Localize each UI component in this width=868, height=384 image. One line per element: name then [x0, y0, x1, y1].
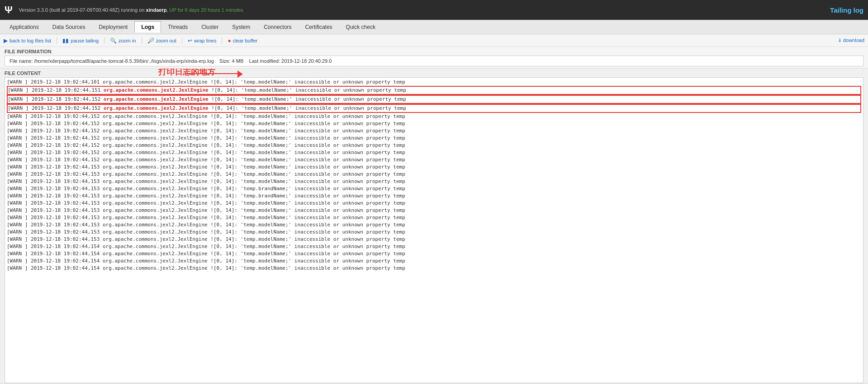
- file-info-panel: File name: /home/xderpapp/tomcat8/apache…: [5, 56, 863, 66]
- log-line: [WARN ] 2019-12-18 19:02:44,153 org.apac…: [7, 192, 861, 200]
- log-line: [WARN ] 2019-12-18 19:02:44,154 org.apac…: [7, 250, 861, 258]
- log-line: [WARN ] 2019-12-18 19:02:44,153 org.apac…: [7, 214, 861, 221]
- pause-tailing-button[interactable]: ▮▮ pause tailing: [62, 37, 99, 44]
- header: Ψ Version 3.3.0 (built at 2019-07-09T00:…: [0, 0, 868, 20]
- separator-2: [104, 37, 104, 44]
- tab-cluster[interactable]: Cluster: [194, 21, 225, 33]
- log-line: [WARN ] 2019-12-18 19:02:44,152 org.apac…: [7, 120, 861, 127]
- file-path: File name: /home/xderpapp/tomcat8/apache…: [9, 58, 214, 64]
- log-line: [WARN ] 2019-12-18 19:02:44,154 org.apac…: [7, 258, 861, 265]
- log-line: [WARN ] 2019-12-18 19:02:44,153 org.apac…: [7, 229, 861, 236]
- separator-5: [222, 37, 222, 44]
- tab-system[interactable]: System: [225, 21, 257, 33]
- tab-certificates[interactable]: Certificates: [299, 21, 339, 33]
- tailing-log-label: Tailing log: [830, 6, 863, 14]
- file-content-title: FILE CONTENT: [5, 70, 863, 76]
- log-line: [WARN ] 2019-12-18 19:02:44,154 org.apac…: [7, 265, 861, 272]
- log-container[interactable]: [WARN ] 2019-12-18 19:02:44,101 org.apac…: [5, 77, 863, 383]
- separator-3: [142, 37, 142, 44]
- wrap-icon: ↩: [188, 37, 192, 44]
- zoom-out-icon: 🔎: [147, 37, 154, 44]
- log-line: [WARN ] 2019-12-18 19:02:44,152 org.apac…: [7, 127, 861, 135]
- tab-logs[interactable]: Logs: [134, 21, 161, 33]
- back-to-files-button[interactable]: ▶ back to log files list: [4, 37, 51, 44]
- log-line: [WARN ] 2019-12-18 19:02:44,153 org.apac…: [7, 178, 861, 185]
- download-icon: ⇓: [838, 37, 843, 43]
- log-line: [WARN ] 2019-12-18 19:02:44,152 org.apac…: [7, 142, 861, 149]
- version-info: Version 3.3.0 (built at 2019-07-09T00:40…: [19, 7, 243, 13]
- tab-data-sources[interactable]: Data Sources: [46, 21, 92, 33]
- toolbar: ▶ back to log files list ▮▮ pause tailin…: [0, 34, 868, 47]
- tab-connectors[interactable]: Connectors: [257, 21, 298, 33]
- file-info-section: FILE INFORMATION File name: /home/xderpa…: [0, 47, 868, 69]
- log-content: [WARN ] 2019-12-18 19:02:44,101 org.apac…: [5, 78, 863, 273]
- file-info-title: FILE INFORMATION: [5, 49, 863, 54]
- log-line: [WARN ] 2019-12-18 19:02:44,152 org.apac…: [7, 156, 861, 164]
- zoom-in-button[interactable]: 🔍 zoom in: [110, 37, 136, 44]
- log-line: [WARN ] 2019-12-18 19:02:44,153 org.apac…: [7, 200, 861, 207]
- log-line: [WARN ] 2019-12-18 19:02:44,153 org.apac…: [7, 185, 861, 192]
- file-modified: Last modified: 2019-12-18 20:40:29.0: [249, 58, 332, 64]
- log-line: [WARN ] 2019-12-18 19:02:44,152 org.apac…: [7, 135, 861, 142]
- log-line: [WARN ] 2019-12-18 19:02:44,152 org.apac…: [7, 149, 861, 156]
- tab-applications[interactable]: Applications: [3, 21, 46, 33]
- file-size: Size: 4 MB: [219, 58, 243, 64]
- clear-buffer-button[interactable]: ● clear buffer: [228, 37, 257, 44]
- tab-threads[interactable]: Threads: [161, 21, 194, 33]
- separator-4: [182, 37, 182, 44]
- log-line: [WARN ] 2019-12-18 19:02:44,153 org.apac…: [7, 171, 861, 178]
- app-logo: Ψ: [5, 4, 13, 16]
- wrap-lines-button[interactable]: ↩ wrap lines: [188, 37, 217, 44]
- download-button[interactable]: ⇓ download: [838, 37, 864, 43]
- file-content-section: FILE CONTENT 打印日志的地方 [WARN ] 2019-12-18 …: [0, 69, 868, 383]
- log-line: [WARN ] 2019-12-18 19:02:44,152 org.apac…: [7, 113, 861, 120]
- zoom-in-icon: 🔍: [110, 37, 117, 44]
- log-line: [WARN ] 2019-12-18 19:02:44,153 org.apac…: [7, 164, 861, 171]
- log-line: [WARN ] 2019-12-18 19:02:44,154 org.apac…: [7, 243, 861, 250]
- main-content: FILE CONTENT 打印日志的地方 [WARN ] 2019-12-18 …: [0, 69, 868, 383]
- log-line: [WARN ] 2019-12-18 19:02:44,153 org.apac…: [7, 207, 861, 214]
- log-line: [WARN ] 2019-12-18 19:02:44,101 org.apac…: [7, 79, 861, 86]
- log-line: [WARN ] 2019-12-18 19:02:44,153 org.apac…: [7, 221, 861, 229]
- log-line: [WARN ] 2019-12-18 19:02:44,152 org.apac…: [7, 95, 861, 104]
- back-icon: ▶: [4, 37, 8, 44]
- tab-deployment[interactable]: Deployment: [92, 21, 134, 33]
- pause-icon: ▮▮: [62, 37, 69, 44]
- nav-tabs: Applications Data Sources Deployment Log…: [0, 20, 868, 34]
- clear-icon: ●: [228, 37, 231, 44]
- log-line: [WARN ] 2019-12-18 19:02:44,151 org.apac…: [7, 86, 861, 95]
- zoom-out-button[interactable]: 🔎 zoom out: [147, 37, 176, 44]
- log-line: [WARN ] 2019-12-18 19:02:44,153 org.apac…: [7, 236, 861, 243]
- log-line: [WARN ] 2019-12-18 19:02:44,152 org.apac…: [7, 104, 861, 113]
- tab-quick-check[interactable]: Quick check: [339, 21, 382, 33]
- separator-1: [57, 37, 57, 44]
